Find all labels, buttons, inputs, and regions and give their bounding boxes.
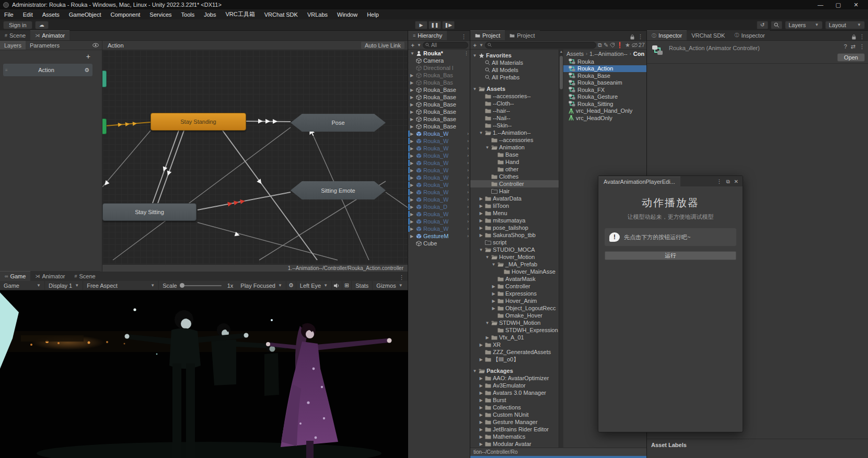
open-prefab-icon[interactable]: › — [467, 219, 470, 224]
pause-button[interactable]: ❚❚ — [429, 21, 441, 29]
menu-window[interactable]: Window — [337, 11, 357, 18]
project-folder-avatardata[interactable]: ▶AvatarData — [470, 195, 559, 202]
menu-vrchat-sdk[interactable]: VRChat SDK — [264, 11, 298, 18]
hierarchy-item-rouka-d[interactable]: ▶Rouka_D› — [408, 203, 470, 210]
project-tree-scrollbar[interactable]: ▲ — [559, 50, 563, 448]
game-display-menu[interactable]: Game▼ — [0, 281, 45, 290]
project-folder-favorites[interactable]: ▼Favorites — [470, 52, 559, 59]
play-button[interactable]: ▶ — [415, 21, 427, 29]
hierarchy-item-rouka-w[interactable]: ▶Rouka_W› — [408, 145, 470, 152]
undo-history-icon[interactable]: ↺ — [757, 21, 768, 29]
scale-slider[interactable] — [180, 285, 222, 286]
project-folder-avatarmask[interactable]: AvatarMask — [470, 275, 559, 283]
menu-vrlabs[interactable]: VRLabs — [307, 11, 328, 18]
tab-animator[interactable]: ⋊Animator — [30, 30, 70, 40]
project-folder-hair[interactable]: Hair — [470, 187, 559, 195]
project-file-rouka-sitting[interactable]: Rouka_Sitting — [563, 100, 646, 108]
tab-animator-2[interactable]: ⋊Animator — [30, 271, 70, 281]
asset-labels-section[interactable]: Asset Labels — [647, 439, 868, 451]
asset-store-icon[interactable]: ✎ — [604, 42, 608, 49]
hierarchy-item-directional-l[interactable]: Directional l — [408, 64, 470, 72]
display-target-dropdown[interactable]: Display 1▼ — [45, 281, 83, 290]
project-file-rouka-action[interactable]: Rouka_Action — [563, 65, 646, 73]
hierarchy-item-rouka-base[interactable]: ▶Rouka_Base — [408, 93, 470, 101]
kebab-menu-icon[interactable]: ⋮ — [461, 33, 467, 40]
open-prefab-icon[interactable]: › — [467, 146, 470, 151]
foldout-icon[interactable]: ▶ — [479, 226, 483, 230]
tab-scene[interactable]: #Scene — [0, 30, 30, 40]
project-folder-av3emulator[interactable]: ▶Av3Emulator — [470, 382, 559, 389]
foldout-icon[interactable]: ▼ — [485, 255, 490, 260]
open-prefab-icon[interactable]: › — [467, 138, 470, 144]
hierarchy-item-rouka-w[interactable]: ▶Rouka_W› — [408, 137, 470, 145]
menu-gameobject[interactable]: GameObject — [69, 11, 101, 18]
project-folder--nail-[interactable]: --Nail-- — [470, 114, 559, 122]
foldout-icon[interactable]: ▶ — [410, 183, 414, 187]
create-object-button[interactable]: ＋ — [410, 41, 415, 49]
kebab-menu-icon[interactable]: ⋮ — [399, 274, 404, 281]
tab-inspector-2[interactable]: ⓘInspector — [730, 30, 769, 40]
project-folder-script[interactable]: script — [470, 239, 559, 246]
foldout-icon[interactable]: ▶ — [491, 284, 496, 289]
foldout-icon[interactable]: ▶ — [410, 227, 414, 231]
hierarchy-item-rouka-base[interactable]: ▶Rouka_Base — [408, 86, 470, 93]
project-folder-avatars-3-0-manager[interactable]: ▶Avatars 3.0 Manager — [470, 389, 559, 396]
open-prefab-icon[interactable]: › — [467, 153, 470, 158]
foldout-icon[interactable]: ▶ — [410, 102, 414, 107]
menu-services[interactable]: Services — [149, 11, 171, 18]
project-folder-hover-anim[interactable]: ▶Hover_Anim — [470, 297, 559, 304]
project-folder-omake-hover[interactable]: Omake_Hover — [470, 312, 559, 319]
tab-project-2[interactable]: Project — [505, 30, 539, 40]
state-stay-sitting[interactable]: Stay Sitting — [102, 203, 196, 221]
foldout-icon[interactable]: ▶ — [410, 132, 414, 136]
play-focused-dropdown[interactable]: Play Focused▼ — [237, 281, 286, 290]
foldout-icon[interactable]: ▶ — [479, 405, 483, 410]
hierarchy-item-rouka-w[interactable]: ▶Rouka_W› — [408, 174, 470, 181]
foldout-icon[interactable]: ▶ — [491, 299, 496, 303]
foldout-icon[interactable]: ▶ — [410, 95, 414, 100]
kebab-menu-icon[interactable]: ⋮ — [464, 51, 470, 56]
project-folder--accessories-[interactable]: --accessories-- — [470, 92, 559, 100]
kebab-menu-icon[interactable]: ⋮ — [859, 33, 865, 40]
foldout-icon[interactable]: ▶ — [410, 117, 414, 122]
foldout-icon[interactable]: ▶ — [410, 110, 414, 114]
hierarchy-item-rouka-w[interactable]: ▶Rouka_W› — [408, 210, 470, 218]
project-folder-all-models[interactable]: All Models — [470, 66, 559, 74]
project-folder-mitsumataya[interactable]: ▶mitsumataya — [470, 217, 559, 224]
hierarchy-root-rouka[interactable]: ▼ Rouka* ⋮ — [408, 50, 470, 57]
project-file-rouka-baseanim[interactable]: Rouka_baseanim — [563, 79, 646, 87]
hierarchy-item-rouka-w[interactable]: ▶Rouka_W› — [408, 196, 470, 203]
foldout-icon[interactable]: ▶ — [410, 219, 414, 224]
hierarchy-item-rouka-w[interactable]: ▶Rouka_W› — [408, 130, 470, 137]
step-button[interactable]: ❚▶ — [442, 21, 455, 29]
tab-hierarchy[interactable]: ≡Hierarchy — [408, 31, 447, 40]
project-folder-all-prefabs[interactable]: All Prefabs — [470, 74, 559, 81]
label-tag-icon[interactable] — [610, 43, 615, 48]
foldout-icon[interactable]: ▼ — [472, 87, 477, 91]
tab-game[interactable]: ∞Game — [0, 271, 30, 281]
project-folder-xr[interactable]: ▶XR — [470, 341, 559, 348]
foldout-icon[interactable]: ▼ — [485, 321, 490, 325]
open-prefab-icon[interactable]: › — [467, 226, 470, 231]
open-prefab-icon[interactable]: › — [467, 175, 470, 180]
menu-edit[interactable]: Edit — [23, 11, 33, 18]
anystate-node[interactable] — [102, 71, 107, 87]
project-folder-zzz-generatedassets[interactable]: ZZZ_GeneratedAssets — [470, 348, 559, 356]
project-folder--llll-o0-[interactable]: ▶【llll_o0】 — [470, 356, 559, 363]
foldout-icon[interactable]: ▶ — [479, 434, 483, 439]
project-file-rouka-gesture[interactable]: Rouka_Gesture — [563, 93, 646, 101]
game-view[interactable] — [0, 290, 408, 458]
project-file-vrc-head-hand-only[interactable]: vrc_Head_Hand_Only — [563, 108, 646, 115]
project-file-vrc-headonly[interactable]: vrc_HeadOnly — [563, 114, 646, 122]
hierarchy-item-cube[interactable]: Cube — [408, 240, 470, 247]
menu-jobs[interactable]: Jobs — [204, 11, 216, 18]
foldout-icon[interactable]: ▶ — [410, 197, 414, 202]
foldout-icon[interactable]: ▼ — [491, 262, 496, 267]
foldout-icon[interactable]: ▼ — [479, 131, 483, 135]
hierarchy-item-rouka-w[interactable]: ▶Rouka_W› — [408, 159, 470, 167]
hierarchy-item-rouka-w[interactable]: ▶Rouka_W› — [408, 189, 470, 196]
project-folder-hover-motion[interactable]: ▼Hover_Motion — [470, 253, 559, 261]
favorite-star-icon[interactable]: ★ — [625, 42, 630, 49]
kebab-menu-icon[interactable]: ⋮ — [859, 43, 865, 50]
project-folder-controller[interactable]: ▶Controller — [470, 283, 559, 290]
